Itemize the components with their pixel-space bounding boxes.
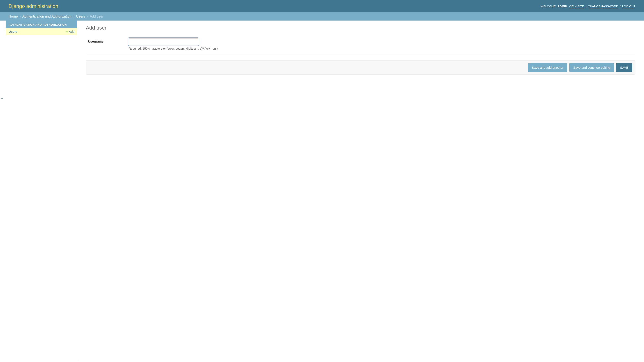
page-title: Add user xyxy=(86,25,636,31)
breadcrumb-sep: › xyxy=(73,14,74,18)
breadcrumb-current: Add user xyxy=(90,14,104,18)
view-site-link[interactable]: VIEW SITE xyxy=(569,5,584,8)
breadcrumb-auth[interactable]: Authentication and Authorization xyxy=(22,14,72,18)
model-users-add-link[interactable]: + Add xyxy=(66,30,74,33)
username-input[interactable] xyxy=(129,38,198,45)
current-user: ADMIN xyxy=(558,5,567,8)
welcome-text: WELCOME, xyxy=(540,5,558,8)
nav-sidebar: AUTHENTICATION AND AUTHORIZATION Users +… xyxy=(6,20,77,361)
save-continue-button[interactable]: Save and continue editing xyxy=(569,63,614,72)
form-row-username: Username: Required. 150 characters or fe… xyxy=(86,36,636,54)
username-field-box: Required. 150 characters or fewer. Lette… xyxy=(129,38,636,50)
breadcrumb-sep: › xyxy=(87,14,88,18)
user-tools: WELCOME, ADMIN. VIEW SITE / CHANGE PASSW… xyxy=(540,5,636,8)
app-section-link[interactable]: AUTHENTICATION AND AUTHORIZATION xyxy=(8,23,67,26)
content: Add user Username: Required. 150 charact… xyxy=(77,20,644,361)
add-label: Add xyxy=(69,30,74,33)
logout-link[interactable]: LOG OUT xyxy=(622,5,636,8)
separator: / xyxy=(585,5,587,8)
username-help-text: Required. 150 characters or fewer. Lette… xyxy=(129,47,636,50)
branding: Django administration xyxy=(8,3,58,9)
model-users-link[interactable]: Users xyxy=(8,30,18,33)
main-container: « AUTHENTICATION AND AUTHORIZATION Users… xyxy=(0,20,644,361)
site-title[interactable]: Django administration xyxy=(8,3,58,9)
sidebar-item-users: Users + Add xyxy=(6,28,77,35)
app-module-auth: AUTHENTICATION AND AUTHORIZATION Users +… xyxy=(6,20,77,35)
breadcrumbs: Home › Authentication and Authorization … xyxy=(0,12,644,20)
save-button[interactable]: SAVE xyxy=(616,63,632,72)
change-password-link[interactable]: CHANGE PASSWORD xyxy=(588,5,618,8)
separator: / xyxy=(619,5,622,8)
breadcrumb-home[interactable]: Home xyxy=(8,14,18,18)
plus-icon: + xyxy=(66,30,68,33)
save-add-another-button[interactable]: Save and add another xyxy=(528,63,567,72)
breadcrumb-users[interactable]: Users xyxy=(76,14,85,18)
submit-row: Save and add another Save and continue e… xyxy=(86,60,636,75)
header: Django administration WELCOME, ADMIN. VI… xyxy=(0,0,644,12)
username-label: Username: xyxy=(86,38,129,43)
toggle-sidebar-icon[interactable]: « xyxy=(1,96,3,100)
breadcrumb-sep: › xyxy=(20,14,20,18)
app-section-header[interactable]: AUTHENTICATION AND AUTHORIZATION xyxy=(6,21,77,28)
